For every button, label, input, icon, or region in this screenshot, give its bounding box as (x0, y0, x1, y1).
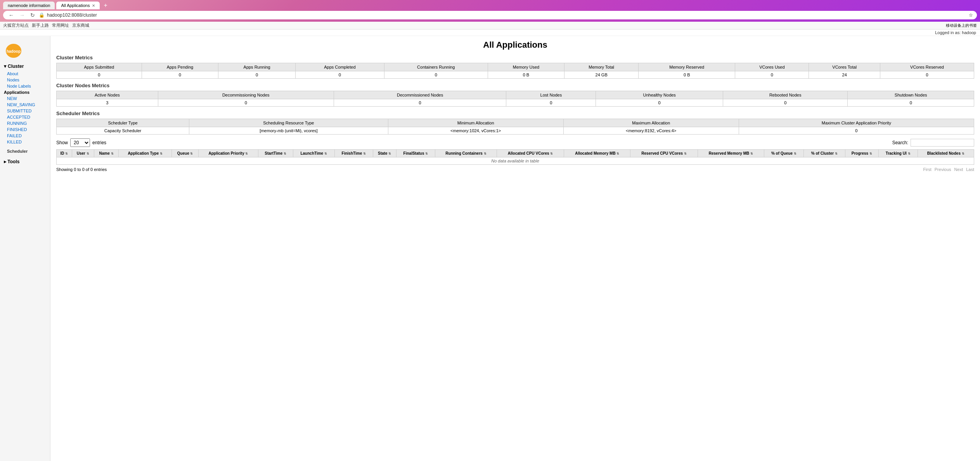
sidebar-item-finished[interactable]: FINISHED (0, 126, 50, 133)
first-page-button[interactable]: First (923, 167, 931, 172)
apps-col-6[interactable]: StartTime ⇅ (258, 150, 293, 157)
sidebar-item-failed[interactable]: FAILED (0, 133, 50, 139)
scheduler-val-2: <memory:1024, vCores:1> (388, 127, 563, 135)
cluster-nodes-val-6: 0 (848, 99, 974, 107)
last-page-button[interactable]: Last (966, 167, 974, 172)
cluster-metrics-val-7: 0 B (639, 71, 735, 79)
cluster-nodes-val-4: 0 (596, 99, 723, 107)
apps-col-16[interactable]: % of Queue ⇅ (764, 150, 803, 157)
scheduler-val-4: 0 (739, 127, 974, 135)
apps-col-9[interactable]: State ⇅ (373, 150, 396, 157)
apps-col-13[interactable]: Allocated Memory MB ⇅ (564, 150, 630, 157)
sidebar-item-killed[interactable]: KILLED (0, 139, 50, 145)
apps-col-8[interactable]: FinishTime ⇅ (334, 150, 373, 157)
cluster-metrics-val-4: 0 (384, 71, 488, 79)
cluster-metrics-title: Cluster Metrics (56, 55, 974, 60)
scheduler-col-3: Maximum Allocation (563, 119, 739, 127)
table-footer: Showing 0 to 0 of 0 entries First Previo… (56, 167, 974, 172)
show-entries: Show 20 50 100 entries (56, 138, 106, 147)
apps-col-3[interactable]: Application Type ⇅ (119, 150, 172, 157)
tab-namenode-label: namenode information (8, 3, 50, 8)
apps-col-12[interactable]: Allocated CPU VCores ⇅ (497, 150, 564, 157)
bookmark-3[interactable]: 常用网址 (52, 22, 69, 28)
apps-col-15[interactable]: Reserved Memory MB ⇅ (698, 150, 764, 157)
cluster-nodes-col-2: Decommissioned Nodes (334, 91, 506, 99)
cluster-metrics-val-0: 0 (57, 71, 142, 79)
sidebar-item-new[interactable]: NEW (0, 95, 50, 102)
cluster-metrics-val-2: 0 (218, 71, 296, 79)
bookmark-4[interactable]: 京东商城 (72, 22, 89, 28)
cluster-nodes-val-1: 0 (158, 99, 334, 107)
cluster-metrics-col-6: Memory Total (564, 63, 639, 71)
cluster-metrics-col-2: Apps Running (218, 63, 296, 71)
star-icon[interactable]: ☆ (969, 12, 973, 18)
cluster-metrics-val-10: 0 (880, 71, 974, 79)
search-box: Search: (892, 139, 974, 147)
apps-col-0[interactable]: ID ⇅ (57, 150, 72, 157)
cluster-nodes-col-4: Unhealthy Nodes (596, 91, 723, 99)
prev-page-button[interactable]: Previous (935, 167, 951, 172)
cluster-metrics-col-3: Apps Completed (296, 63, 384, 71)
hadoop-logo: hadoop (0, 40, 50, 62)
tab-all-applications[interactable]: All Applications ✕ (56, 2, 100, 9)
apps-col-4[interactable]: Queue ⇅ (171, 150, 198, 157)
main-content: All Applications Cluster Metrics Apps Su… (50, 36, 980, 461)
cluster-metrics-col-8: VCores Used (735, 63, 809, 71)
sidebar-tools-toggle[interactable]: ▸ Tools (0, 157, 50, 166)
sidebar-item-node-labels[interactable]: Node Labels (0, 83, 50, 89)
search-label: Search: (892, 140, 908, 145)
svg-text:hadoop: hadoop (7, 49, 21, 54)
sidebar-item-new-saving[interactable]: NEW_SAVING (0, 102, 50, 108)
forward-button[interactable]: → (18, 12, 26, 18)
apps-col-20[interactable]: Blacklisted Nodes ⇅ (918, 150, 974, 157)
sidebar-item-about[interactable]: About (0, 71, 50, 77)
cluster-metrics-col-7: Memory Reserved (639, 63, 735, 71)
refresh-button[interactable]: ↻ (29, 12, 36, 18)
close-icon[interactable]: ✕ (92, 3, 95, 8)
apps-col-17[interactable]: % of Cluster ⇅ (803, 150, 845, 157)
apps-col-18[interactable]: Progress ⇅ (845, 150, 878, 157)
sidebar-item-nodes[interactable]: Nodes (0, 77, 50, 83)
scheduler-col-1: Scheduling Resource Type (189, 119, 388, 127)
cluster-nodes-col-1: Decommissioning Nodes (158, 91, 334, 99)
apps-col-2[interactable]: Name ⇅ (94, 150, 119, 157)
back-button[interactable]: ← (7, 12, 16, 18)
chevron-down-icon: ▾ (4, 64, 6, 69)
address-url[interactable]: hadoop102:8088/cluster (47, 12, 966, 18)
cluster-metrics-col-1: Apps Pending (142, 63, 218, 71)
bookmark-1[interactable]: 火狐官方站点 (3, 22, 29, 28)
cluster-metrics-col-0: Apps Submitted (57, 63, 142, 71)
scheduler-metrics-table: Scheduler TypeScheduling Resource TypeMi… (56, 119, 974, 135)
new-tab-button[interactable]: + (101, 2, 109, 9)
sidebar-item-scheduler[interactable]: Scheduler (0, 148, 50, 154)
sidebar-applications-section: Applications (0, 89, 50, 95)
sidebar-item-submitted[interactable]: SUBMITTED (0, 108, 50, 114)
mobile-bookmarks: 移动设备上的书签 (946, 23, 977, 28)
search-input[interactable] (911, 139, 974, 147)
sidebar-tools-section: ▸ Tools (0, 157, 50, 166)
apps-col-1[interactable]: User ⇅ (72, 150, 94, 157)
sidebar-item-accepted[interactable]: ACCEPTED (0, 114, 50, 120)
cluster-metrics-table: Apps SubmittedApps PendingApps RunningAp… (56, 63, 974, 79)
apps-col-14[interactable]: Reserved CPU VCores ⇅ (630, 150, 698, 157)
cluster-metrics-val-1: 0 (142, 71, 218, 79)
apps-col-19[interactable]: Tracking UI ⇅ (878, 150, 918, 157)
apps-col-7[interactable]: LaunchTime ⇅ (293, 150, 334, 157)
apps-col-10[interactable]: FinalStatus ⇅ (396, 150, 435, 157)
chevron-right-icon: ▸ (4, 159, 6, 164)
sidebar-item-running[interactable]: RUNNING (0, 120, 50, 126)
cluster-nodes-metrics-title: Cluster Nodes Metrics (56, 83, 974, 88)
cluster-metrics-col-5: Memory Used (488, 63, 564, 71)
table-controls: Show 20 50 100 entries Search: (56, 138, 974, 147)
entries-select[interactable]: 20 50 100 (70, 138, 90, 147)
sidebar-cluster-toggle[interactable]: ▾ Cluster (0, 62, 50, 71)
apps-col-5[interactable]: Application Priority ⇅ (199, 150, 258, 157)
cluster-nodes-metrics-table: Active NodesDecommissioning NodesDecommi… (56, 91, 974, 107)
tab-namenode[interactable]: namenode information (3, 2, 55, 9)
logged-in-label: Logged in as: hadoop (935, 30, 976, 35)
bookmark-2[interactable]: 新手上路 (32, 22, 49, 28)
sidebar: hadoop ▾ Cluster About Nodes Node Labels… (0, 36, 50, 461)
cluster-metrics-col-9: VCores Total (809, 63, 880, 71)
next-page-button[interactable]: Next (954, 167, 963, 172)
apps-col-11[interactable]: Running Containers ⇅ (435, 150, 497, 157)
